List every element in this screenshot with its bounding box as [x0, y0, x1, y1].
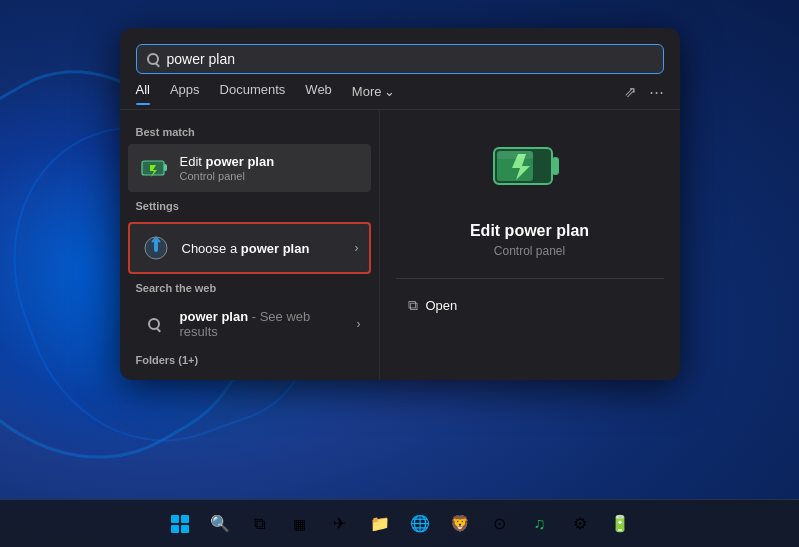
more-options-icon[interactable]: ⋯	[649, 83, 664, 101]
search-content: Best match Edit power plan Control panel	[120, 110, 680, 380]
taskbar-task-view[interactable]: ⧉	[242, 506, 278, 542]
right-panel-subtitle: Control panel	[494, 244, 565, 258]
tab-web[interactable]: Web	[305, 82, 332, 101]
best-match-bold: power plan	[206, 154, 275, 169]
best-match-label: Best match	[128, 122, 371, 144]
nav-actions: ⇗ ⋯	[624, 83, 664, 101]
svg-rect-6	[552, 157, 559, 175]
web-item-bold: power plan	[180, 309, 249, 324]
best-match-subtitle: Control panel	[180, 170, 275, 182]
taskbar-spotify[interactable]: ♫	[522, 506, 558, 542]
left-panel: Best match Edit power plan Control panel	[120, 110, 380, 380]
web-search-loop-icon	[148, 318, 160, 330]
svg-rect-10	[171, 515, 179, 523]
taskbar-chrome[interactable]: ⊙	[482, 506, 518, 542]
web-item-text-block: power plan - See web results	[180, 309, 347, 339]
web-search-item[interactable]: power plan - See web results ›	[128, 300, 371, 348]
taskbar-telegram[interactable]: ✈	[322, 506, 358, 542]
right-title-bold: power plan	[505, 222, 589, 239]
folders-label: Folders (1+)	[128, 348, 371, 368]
settings-item-choose-power-plan[interactable]: Choose a power plan ›	[128, 222, 371, 274]
taskbar-brave[interactable]: 🦁	[442, 506, 478, 542]
taskbar-widgets[interactable]: ▦	[282, 506, 318, 542]
nav-tabs: All Apps Documents Web More ⌄ ⇗ ⋯	[120, 74, 680, 110]
right-panel: Edit power plan Control panel ⧉ Open	[380, 110, 680, 380]
svg-rect-9	[497, 151, 533, 159]
chevron-right-icon: ›	[355, 241, 359, 255]
right-panel-divider	[396, 278, 664, 279]
share-icon[interactable]: ⇗	[624, 83, 637, 101]
web-item-chevron-icon: ›	[357, 317, 361, 331]
tab-more-label: More	[352, 84, 382, 99]
search-bar[interactable]	[136, 44, 664, 74]
svg-rect-11	[181, 515, 189, 523]
tab-more[interactable]: More ⌄	[352, 84, 396, 99]
taskbar: 🔍 ⧉ ▦ ✈ 📁 🌐 🦁 ⊙ ♫ ⚙ 🔋	[0, 499, 799, 547]
settings-item-label: Choose a power plan	[182, 241, 345, 256]
web-item-title: power plan - See web results	[180, 309, 347, 339]
open-label: Open	[426, 298, 458, 313]
svg-rect-4	[154, 238, 158, 252]
search-input[interactable]	[167, 51, 653, 67]
settings-label: Settings	[128, 196, 371, 218]
taskbar-file-explorer[interactable]: 📁	[362, 506, 398, 542]
taskbar-settings[interactable]: ⚙	[562, 506, 598, 542]
right-panel-title: Edit power plan	[470, 222, 589, 240]
choose-power-plan-icon	[140, 232, 172, 264]
chevron-down-icon: ⌄	[384, 84, 395, 99]
choose-power-icon-svg	[143, 235, 169, 261]
best-match-text: Edit power plan Control panel	[180, 154, 275, 182]
taskbar-battery[interactable]: 🔋	[602, 506, 638, 542]
settings-item-bold: power plan	[241, 241, 310, 256]
edit-power-plan-icon	[138, 152, 170, 184]
right-panel-icon-svg	[490, 130, 562, 202]
start-search-menu: All Apps Documents Web More ⌄ ⇗ ⋯ Best m…	[120, 28, 680, 380]
best-match-item[interactable]: Edit power plan Control panel	[128, 144, 371, 192]
tab-documents[interactable]: Documents	[220, 82, 286, 101]
search-icon	[147, 53, 159, 65]
power-plan-icon-svg	[140, 154, 168, 182]
windows-logo-icon	[170, 514, 190, 534]
web-search-icon	[138, 308, 170, 340]
right-panel-icon-area	[490, 130, 570, 210]
taskbar-edge[interactable]: 🌐	[402, 506, 438, 542]
svg-rect-1	[164, 164, 167, 171]
svg-rect-12	[171, 525, 179, 533]
open-button[interactable]: ⧉ Open	[396, 291, 664, 320]
tab-apps[interactable]: Apps	[170, 82, 200, 101]
best-match-title: Edit power plan	[180, 154, 275, 169]
web-search-label: Search the web	[128, 278, 371, 300]
tab-all[interactable]: All	[136, 82, 150, 101]
taskbar-search[interactable]: 🔍	[202, 506, 238, 542]
svg-rect-13	[181, 525, 189, 533]
open-external-icon: ⧉	[408, 297, 418, 314]
taskbar-windows-start[interactable]	[162, 506, 198, 542]
